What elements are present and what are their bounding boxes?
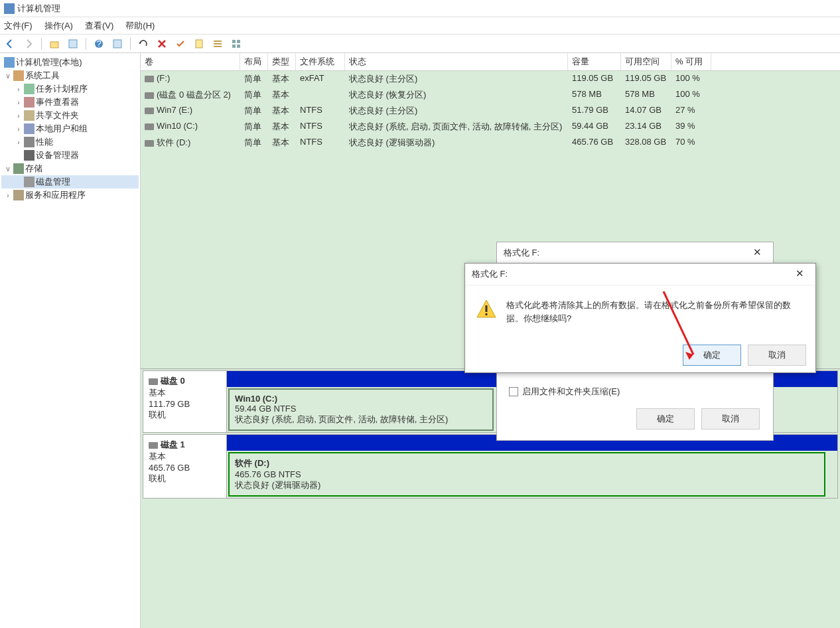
separator [41,38,42,50]
props-icon[interactable] [66,37,80,51]
hdr-pct[interactable]: % 可用 [671,53,711,70]
menu-file[interactable]: 文件(F) [4,20,33,32]
svg-rect-1 [69,40,77,48]
hdr-free[interactable]: 可用空间 [621,53,671,70]
nav-tree: 计算机管理(本地) v系统工具 ›任务计划程序 ›事件查看器 ›共享文件夹 ›本… [0,53,141,628]
fwd-icon[interactable] [21,37,36,51]
new-icon[interactable] [192,37,206,51]
hdr-capacity[interactable]: 容量 [568,53,621,70]
tree-devmgr[interactable]: 设备管理器 [1,149,139,162]
dialog-buttons: 确定 取消 [465,338,815,372]
hdr-type[interactable]: 类型 [268,53,296,70]
tree-event[interactable]: ›事件查看器 [1,96,139,109]
bg-dialog-title: 格式化 F: ✕ [497,242,773,264]
back-icon[interactable] [3,37,17,51]
toolbar: ? [0,35,840,53]
dialog-message: 格式化此卷将清除其上的所有数据。请在格式化之前备份所有希望保留的数据。你想继续吗… [506,299,805,325]
svg-rect-9 [232,40,236,43]
bg-cancel-button[interactable]: 取消 [701,408,760,430]
tree-systools[interactable]: v系统工具 [1,69,139,82]
hdr-layout[interactable]: 布局 [240,53,268,70]
svg-text:?: ? [96,39,101,48]
menu-action[interactable]: 操作(A) [44,20,73,32]
dialog-title: 格式化 F: [472,268,508,280]
volume-row[interactable]: (F:)简单基本exFAT状态良好 (主分区)119.05 GB119.05 G… [141,71,840,87]
svg-rect-10 [237,40,240,43]
up-icon[interactable] [47,37,62,51]
tree-diskmgr[interactable]: 磁盘管理 [1,175,139,189]
svg-rect-4 [113,40,121,48]
tree-share[interactable]: ›共享文件夹 [1,109,139,122]
close-icon[interactable]: ✕ [790,268,809,281]
tree-task[interactable]: ›任务计划程序 [1,82,139,96]
check-icon[interactable] [173,37,188,51]
delete-icon[interactable] [155,37,169,51]
refresh-icon[interactable] [136,37,151,51]
volume-row[interactable]: (磁盘 0 磁盘分区 2)简单基本状态良好 (恢复分区)578 MB578 MB… [141,87,840,103]
partition[interactable]: Win10 (C:)59.44 GB NTFS状态良好 (系统, 启动, 页面文… [228,388,494,431]
list-icon[interactable] [210,37,225,51]
ok-button[interactable]: 确定 [683,345,741,366]
compress-checkbox[interactable]: 启用文件和文件夹压缩(E) [509,383,620,400]
volume-row[interactable]: Win7 (E:)简单基本NTFS状态良好 (主分区)51.79 GB14.07… [141,103,840,119]
checkbox-icon[interactable] [509,387,518,396]
volume-header: 卷 布局 类型 文件系统 状态 容量 可用空间 % 可用 [141,53,840,71]
cancel-button[interactable]: 取消 [748,345,806,366]
menu-help[interactable]: 帮助(H) [125,20,155,32]
confirm-dialog: 格式化 F: ✕ 格式化此卷将清除其上的所有数据。请在格式化之前备份所有希望保留… [464,263,816,373]
dialog-body: 格式化此卷将清除其上的所有数据。请在格式化之前备份所有希望保留的数据。你想继续吗… [465,285,815,338]
help-icon[interactable]: ? [92,37,106,51]
svg-rect-7 [214,43,222,44]
tree-services[interactable]: ›服务和应用程序 [1,189,139,202]
svg-rect-5 [196,40,202,48]
tree-perf[interactable]: ›性能 [1,135,139,149]
close-icon[interactable]: ✕ [748,246,766,260]
bg-ok-button[interactable]: 确定 [636,408,695,430]
window-title: 计算机管理 [17,3,60,15]
hdr-status[interactable]: 状态 [345,53,568,70]
tree-storage[interactable]: v存储 [1,162,139,175]
hdr-volume[interactable]: 卷 [141,53,240,70]
tree-root[interactable]: 计算机管理(本地) [1,56,139,69]
separator [130,38,131,50]
hdr-fs[interactable]: 文件系统 [296,53,345,70]
svg-rect-14 [486,313,488,315]
disk-label[interactable]: 磁盘 1基本465.76 GB联机 [143,435,227,498]
app-icon [4,3,15,14]
grid-icon[interactable] [229,37,244,51]
titlebar: 计算机管理 [0,0,840,17]
dialog-titlebar: 格式化 F: ✕ [465,264,815,285]
svg-rect-6 [214,40,222,42]
volume-row[interactable]: Win10 (C:)简单基本NTFS状态良好 (系统, 启动, 页面文件, 活动… [141,119,840,135]
warning-icon [476,299,497,320]
tree-users[interactable]: ›本地用户和组 [1,122,139,135]
separator [86,38,86,50]
svg-rect-0 [50,42,58,48]
svg-rect-13 [486,305,488,312]
disk-row: 磁盘 1基本465.76 GB联机软件 (D:)465.76 GB NTFS状态… [143,434,838,499]
disk-label[interactable]: 磁盘 0基本111.79 GB联机 [143,371,227,432]
svg-rect-12 [237,44,240,48]
svg-rect-11 [232,44,236,48]
partition[interactable]: 软件 (D:)465.76 GB NTFS状态良好 (逻辑驱动器) [228,452,825,497]
volume-row[interactable]: 软件 (D:)简单基本NTFS状态良好 (逻辑驱动器)465.76 GB328.… [141,135,840,151]
view-icon[interactable] [110,37,125,51]
menu-view[interactable]: 查看(V) [85,20,113,32]
menubar: 文件(F) 操作(A) 查看(V) 帮助(H) [0,17,840,35]
svg-rect-8 [214,46,222,47]
